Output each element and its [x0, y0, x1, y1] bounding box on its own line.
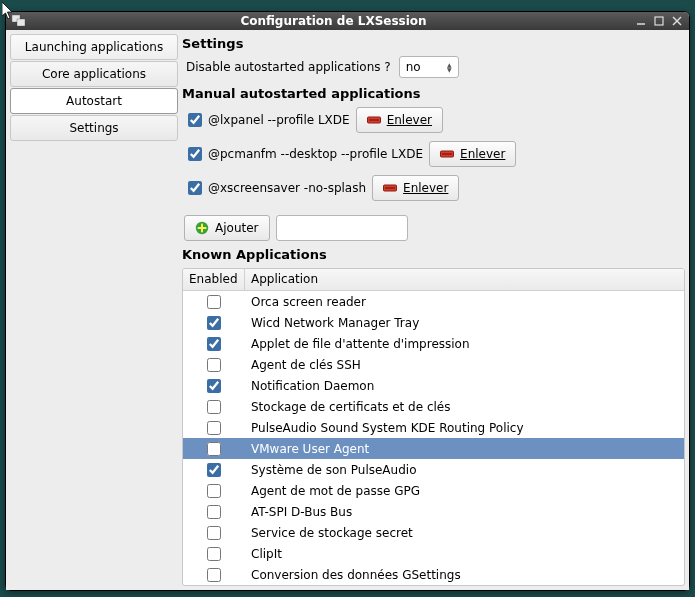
minus-icon — [440, 149, 454, 159]
disable-autostart-label: Disable autostarted applications ? — [186, 60, 391, 74]
known-app-checkbox[interactable] — [207, 358, 221, 372]
svg-rect-15 — [198, 227, 207, 229]
add-command-input[interactable] — [276, 215, 408, 241]
add-button[interactable]: Ajouter — [184, 215, 270, 241]
sidebar: Launching applications Core applications… — [10, 34, 178, 586]
known-app-checkbox[interactable] — [207, 442, 221, 456]
remove-button-label: Enlever — [403, 181, 448, 195]
known-app-name: Système de son PulseAudio — [245, 463, 684, 477]
sidebar-item-settings[interactable]: Settings — [10, 115, 178, 141]
main-panel: Settings Disable autostarted application… — [182, 34, 685, 586]
known-app-row[interactable]: AT-SPI D-Bus Bus — [183, 501, 684, 522]
known-app-checkbox[interactable] — [207, 337, 221, 351]
known-table-body: Orca screen readerWicd Network Manager T… — [183, 291, 684, 585]
known-app-row[interactable]: PulseAudio Sound System KDE Routing Poli… — [183, 417, 684, 438]
known-app-row[interactable]: ClipIt — [183, 543, 684, 564]
sidebar-item-label: Settings — [69, 121, 118, 135]
known-app-name: VMware User Agent — [245, 442, 684, 456]
minus-icon — [367, 115, 381, 125]
known-app-row[interactable]: Applet de file d'attente d'impression — [183, 333, 684, 354]
manual-autostart-command: @pcmanfm --desktop --profile LXDE — [208, 147, 423, 161]
known-app-row[interactable]: Agent de clés SSH — [183, 354, 684, 375]
known-applications-table: Enabled Application Orca screen readerWi… — [182, 268, 685, 586]
known-app-row[interactable]: Wicd Network Manager Tray — [183, 312, 684, 333]
manual-heading: Manual autostarted applications — [182, 86, 685, 101]
known-app-name: PulseAudio Sound System KDE Routing Poli… — [245, 421, 684, 435]
window-buttons — [635, 15, 683, 27]
remove-button[interactable]: Enlever — [356, 107, 443, 133]
known-app-name: Agent de clés SSH — [245, 358, 684, 372]
remove-button[interactable]: Enlever — [429, 141, 516, 167]
manual-autostart-checkbox[interactable] — [188, 113, 202, 127]
known-app-checkbox[interactable] — [207, 526, 221, 540]
known-app-name: Stockage de certificats et de clés — [245, 400, 684, 414]
manual-autostart-checkbox[interactable] — [188, 181, 202, 195]
known-app-checkbox[interactable] — [207, 547, 221, 561]
known-table-header: Enabled Application — [183, 269, 684, 291]
known-app-row[interactable]: Service de stockage secret — [183, 522, 684, 543]
close-button[interactable] — [671, 15, 683, 27]
plus-icon — [195, 221, 209, 235]
known-app-row[interactable]: Conversion des données GSettings — [183, 564, 684, 585]
disable-autostart-value: no — [406, 60, 421, 74]
column-application[interactable]: Application — [245, 269, 684, 290]
known-app-row[interactable]: Orca screen reader — [183, 291, 684, 312]
sidebar-item-label: Launching applications — [25, 40, 163, 54]
manual-autostart-row: @pcmanfm --desktop --profile LXDEEnlever — [188, 141, 685, 167]
remove-button-label: Enlever — [387, 113, 432, 127]
known-app-row[interactable]: Système de son PulseAudio — [183, 459, 684, 480]
sidebar-item-label: Core applications — [42, 67, 146, 81]
known-app-checkbox[interactable] — [207, 295, 221, 309]
known-app-row[interactable]: VMware User Agent — [183, 438, 684, 459]
known-app-name: Wicd Network Manager Tray — [245, 316, 684, 330]
known-app-checkbox[interactable] — [207, 505, 221, 519]
titlebar[interactable]: Configuration de LXSession — [6, 12, 689, 30]
remove-button-label: Enlever — [460, 147, 505, 161]
manual-autostart-command: @lxpanel --profile LXDE — [208, 113, 350, 127]
sidebar-item-label: Autostart — [66, 94, 122, 108]
configuration-window: Configuration de LXSession Launching app… — [5, 11, 690, 591]
known-app-name: Conversion des données GSettings — [245, 568, 684, 582]
known-app-row[interactable]: Stockage de certificats et de clés — [183, 396, 684, 417]
add-button-label: Ajouter — [215, 221, 259, 235]
known-app-row[interactable]: Notification Daemon — [183, 375, 684, 396]
manual-autostart-row: @xscreensaver -no-splashEnlever — [188, 175, 685, 201]
disable-autostart-combo[interactable]: no ▲▼ — [399, 56, 459, 78]
chevron-up-down-icon: ▲▼ — [447, 62, 452, 72]
known-app-name: ClipIt — [245, 547, 684, 561]
known-app-checkbox[interactable] — [207, 463, 221, 477]
known-app-name: Service de stockage secret — [245, 526, 684, 540]
svg-rect-4 — [655, 17, 663, 25]
known-heading: Known Applications — [182, 247, 685, 262]
known-app-checkbox[interactable] — [207, 400, 221, 414]
svg-rect-2 — [17, 19, 25, 26]
manual-autostart-row: @lxpanel --profile LXDEEnlever — [188, 107, 685, 133]
known-app-checkbox[interactable] — [207, 316, 221, 330]
sidebar-item-autostart[interactable]: Autostart — [10, 88, 178, 114]
known-app-checkbox[interactable] — [207, 421, 221, 435]
settings-heading: Settings — [182, 36, 685, 51]
sidebar-item-launching-applications[interactable]: Launching applications — [10, 34, 178, 60]
manual-autostart-command: @xscreensaver -no-splash — [208, 181, 366, 195]
remove-button[interactable]: Enlever — [372, 175, 459, 201]
sidebar-item-core-applications[interactable]: Core applications — [10, 61, 178, 87]
window-title: Configuration de LXSession — [32, 14, 635, 28]
column-enabled[interactable]: Enabled — [183, 269, 245, 290]
maximize-button[interactable] — [653, 15, 665, 27]
manual-autostart-checkbox[interactable] — [188, 147, 202, 161]
minus-icon — [383, 183, 397, 193]
known-app-name: Agent de mot de passe GPG — [245, 484, 684, 498]
known-app-checkbox[interactable] — [207, 379, 221, 393]
known-app-name: AT-SPI D-Bus Bus — [245, 505, 684, 519]
known-app-checkbox[interactable] — [207, 568, 221, 582]
known-app-checkbox[interactable] — [207, 484, 221, 498]
known-app-name: Notification Daemon — [245, 379, 684, 393]
app-icon — [12, 15, 26, 27]
known-app-name: Orca screen reader — [245, 295, 684, 309]
known-app-name: Applet de file d'attente d'impression — [245, 337, 684, 351]
known-app-row[interactable]: Agent de mot de passe GPG — [183, 480, 684, 501]
minimize-button[interactable] — [635, 15, 647, 27]
